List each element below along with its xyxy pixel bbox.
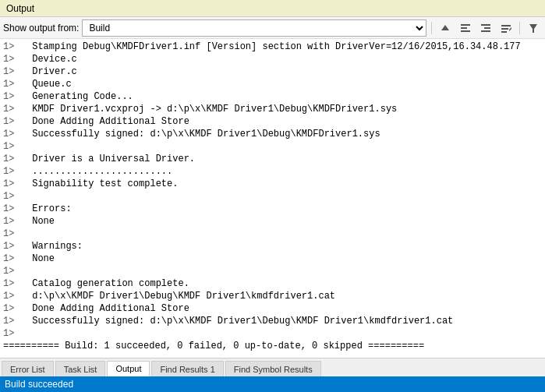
line-content <box>27 228 32 240</box>
status-bar: Build succeeded <box>0 376 545 392</box>
output-line: 1> <box>0 327 545 340</box>
output-line: 1> <box>0 140 545 153</box>
line-prefix: 1> <box>3 203 27 215</box>
line-prefix: 1> <box>3 178 27 190</box>
line-prefix: 1> <box>3 78 27 90</box>
line-content: Queue.c <box>27 78 72 90</box>
scroll-up-icon <box>440 23 451 34</box>
line-prefix: 1> <box>3 90 27 103</box>
toolbar-separator-2 <box>519 22 520 34</box>
tab-task-list[interactable]: Task List <box>55 361 106 376</box>
svg-rect-3 <box>461 30 470 32</box>
line-content: Signability test complete. <box>27 178 178 190</box>
tab-find-results-1[interactable]: Find Results 1 <box>151 361 223 376</box>
line-prefix: 1> <box>3 140 27 153</box>
output-line: 1> None <box>0 215 545 228</box>
output-line: 1> Warnings: <box>0 240 545 253</box>
line-content: Warnings: <box>27 240 83 253</box>
output-line: 1> <box>0 228 545 240</box>
line-prefix: 1> <box>3 327 27 340</box>
line-content: Driver is a Universal Driver. <box>27 153 195 165</box>
output-line: 1> Done Adding Additional Store <box>0 115 545 128</box>
line-content <box>27 265 32 277</box>
svg-marker-11 <box>529 24 537 33</box>
line-content: KMDF Driver1.vcxproj -> d:\p\x\KMDF Driv… <box>27 103 397 115</box>
align-right-btn[interactable] <box>477 19 494 37</box>
output-line: 1> Done Adding Additional Store <box>0 302 545 315</box>
output-line: 1> Errors: <box>0 203 545 215</box>
output-line: 1> d:\p\x\KMDF Driver1\Debug\KMDF Driver… <box>0 290 545 302</box>
svg-rect-5 <box>484 27 490 29</box>
svg-rect-2 <box>461 27 467 29</box>
output-line: 1> Generating Code... <box>0 90 545 103</box>
output-line: 1> Stamping Debug\KMDFDriver1.inf [Versi… <box>0 41 545 53</box>
line-content: d:\p\x\KMDF Driver1\Debug\KMDF Driver1\k… <box>27 290 335 302</box>
line-content: Device.c <box>27 53 77 65</box>
line-prefix: 1> <box>3 190 27 203</box>
line-content: Stamping Debug\KMDFDriver1.inf [Version]… <box>27 41 521 53</box>
output-area[interactable]: 1> Stamping Debug\KMDFDriver1.inf [Versi… <box>0 39 545 358</box>
title-label: Output <box>6 3 34 14</box>
tab-output[interactable]: Output <box>107 361 150 376</box>
toolbar-separator-1 <box>431 22 432 34</box>
line-content <box>27 190 32 203</box>
tab-find-symbol-results[interactable]: Find Symbol Results <box>225 361 321 376</box>
line-prefix: 1> <box>3 53 27 65</box>
align-left-icon <box>460 23 471 33</box>
line-content <box>27 140 32 153</box>
line-content: ......................... <box>27 165 172 178</box>
output-line: 1> Signability test complete. <box>0 178 545 190</box>
svg-rect-6 <box>481 30 490 32</box>
wrap-btn[interactable] <box>497 19 515 37</box>
line-content: Catalog generation complete. <box>27 277 189 290</box>
filter-icon <box>528 23 539 34</box>
tab-bar: Error ListTask ListOutputFind Results 1F… <box>0 358 545 376</box>
line-prefix: 1> <box>3 41 27 53</box>
wrap-icon <box>501 23 511 33</box>
output-line: 1> Queue.c <box>0 78 545 90</box>
output-line: 1> KMDF Driver1.vcxproj -> d:\p\x\KMDF D… <box>0 103 545 115</box>
line-prefix: 1> <box>3 315 27 327</box>
svg-marker-0 <box>441 25 449 30</box>
line-content: Successfully signed: d:\p\x\KMDF Driver1… <box>27 128 380 140</box>
output-source-select[interactable]: Build Debug General <box>82 19 426 37</box>
line-prefix: 1> <box>3 277 27 290</box>
line-prefix: 1> <box>3 115 27 128</box>
line-prefix: 1> <box>3 240 27 253</box>
line-prefix: 1> <box>3 265 27 277</box>
output-line: 1> Device.c <box>0 53 545 65</box>
line-prefix: 1> <box>3 290 27 302</box>
output-line: 1> Successfully signed: d:\p\x\KMDF Driv… <box>0 128 545 140</box>
line-prefix: 1> <box>3 302 27 315</box>
scroll-up-btn[interactable] <box>437 19 454 37</box>
toolbar: Show output from: Build Debug General <box>0 17 545 39</box>
line-content: Successfully signed: d:\p\x\KMDF Driver1… <box>27 315 453 327</box>
align-left-btn[interactable] <box>457 19 474 37</box>
output-line: 1> Successfully signed: d:\p\x\KMDF Driv… <box>0 315 545 327</box>
output-line: 1> Catalog generation complete. <box>0 277 545 290</box>
svg-rect-1 <box>461 24 470 26</box>
svg-rect-7 <box>501 25 511 26</box>
output-line: 1> Driver is a Universal Driver. <box>0 153 545 165</box>
line-content: Done Adding Additional Store <box>27 302 189 315</box>
output-line: 1> ......................... <box>0 165 545 178</box>
line-content <box>27 327 32 340</box>
line-content: Driver.c <box>27 65 77 78</box>
output-line: 1> Driver.c <box>0 65 545 78</box>
output-line: 1> <box>0 190 545 203</box>
line-content: Errors: <box>27 203 72 215</box>
filter-btn[interactable] <box>525 19 542 37</box>
line-prefix: 1> <box>3 65 27 78</box>
line-prefix: 1> <box>3 215 27 228</box>
line-prefix: 1> <box>3 253 27 265</box>
tab-error-list[interactable]: Error List <box>2 361 54 376</box>
line-prefix: 1> <box>3 153 27 165</box>
svg-marker-9 <box>509 27 511 31</box>
line-content: None <box>27 253 55 265</box>
svg-rect-4 <box>481 24 490 26</box>
main-container: Output Show output from: Build Debug Gen… <box>0 0 545 392</box>
svg-rect-8 <box>501 28 508 30</box>
svg-rect-10 <box>501 31 507 33</box>
line-prefix: 1> <box>3 128 27 140</box>
output-line: ========== Build: 1 succeeded, 0 failed,… <box>0 340 545 352</box>
